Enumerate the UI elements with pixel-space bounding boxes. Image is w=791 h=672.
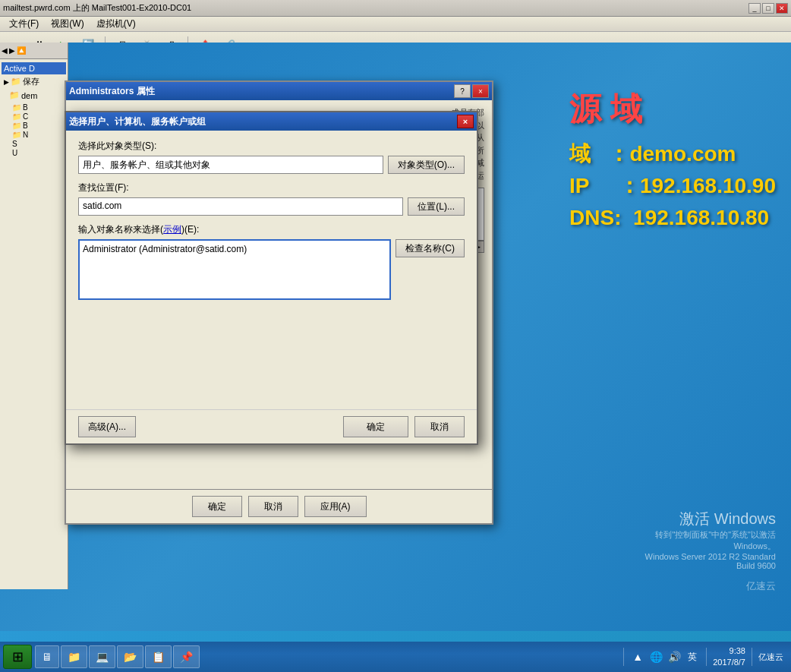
ad-panel: ◀ ▶ 🔼 Active D ▶ 📁 保存 📁 dem bbox=[0, 43, 68, 589]
find-location-value: satid.com bbox=[83, 200, 121, 211]
tray-network-icon[interactable]: 🌐 bbox=[648, 649, 663, 664]
main-ok-btn[interactable]: 确定 bbox=[192, 496, 242, 517]
active-item-label: Active D bbox=[4, 64, 35, 73]
build-info: Windows Server 2012 R2 Standard bbox=[645, 552, 776, 561]
dialog-footer: 高级(A)... 确定 取消 bbox=[66, 409, 477, 443]
tray-sep-2 bbox=[706, 648, 707, 666]
taskbar-items: 🖥 📁 💻 📂 📋 📌 bbox=[35, 645, 616, 668]
vm-menubar: 文件(F) 视图(W) 虚拟机(V) bbox=[0, 17, 791, 32]
taskbar-brand[interactable]: 亿速云 bbox=[758, 651, 783, 663]
tree-folder-2: 📁 bbox=[9, 90, 20, 100]
vm-title-buttons: _ □ ✕ bbox=[748, 3, 788, 14]
taskbar-item-1[interactable]: 🖥 bbox=[35, 645, 59, 668]
dialog-cancel-btn[interactable]: 取消 bbox=[414, 416, 465, 437]
activate-title: 激活 Windows bbox=[645, 509, 776, 529]
vm-title: mailtest.pwrd.com 上的 MailTest001-Ex2010-… bbox=[3, 2, 191, 14]
check-names-btn[interactable]: 检查名称(C) bbox=[396, 239, 465, 257]
tree-sub-items: 📁 B 📁 C 📁 B 📁 N bbox=[2, 102, 66, 159]
taskbar-item-6[interactable]: 📌 bbox=[173, 645, 200, 668]
vm-close-btn[interactable]: ✕ bbox=[776, 3, 788, 14]
taskbar-icon-2: 📁 bbox=[68, 651, 80, 663]
tree-sub-1[interactable]: 📁 B bbox=[12, 103, 64, 112]
main-window-help-btn[interactable]: ? bbox=[454, 84, 471, 98]
main-window-title: Administrators 属性 bbox=[69, 85, 155, 98]
example-link[interactable]: 示例 bbox=[163, 224, 181, 235]
dialog-ok-btn[interactable]: 确定 bbox=[343, 416, 408, 437]
info-ip-value: 192.168.10.90 bbox=[640, 174, 776, 197]
taskbar-item-5[interactable]: 📋 bbox=[145, 645, 172, 668]
tray-lang-icon[interactable]: 英 bbox=[685, 649, 700, 664]
tree-sub-5[interactable]: S bbox=[12, 140, 64, 148]
tree-sub-2[interactable]: 📁 C bbox=[12, 112, 64, 121]
tree-sub-folder-5: S bbox=[12, 140, 17, 148]
ad-forward-btn[interactable]: ▶ bbox=[9, 46, 15, 55]
ad-up-btn[interactable]: 🔼 bbox=[17, 46, 26, 55]
menu-view[interactable]: 视图(W) bbox=[45, 16, 90, 32]
menu-file[interactable]: 文件(F) bbox=[3, 16, 45, 32]
info-title: 源 域 bbox=[569, 88, 776, 131]
tray-clock[interactable]: 9:38 2017/8/7 bbox=[713, 645, 745, 669]
taskbar-icon-4: 📂 bbox=[124, 651, 137, 663]
select-object-dialog: 选择用户、计算机、服务帐户或组 × 选择此对象类型(S): 用户、服务帐户、组或… bbox=[65, 111, 478, 445]
dialog-titlebar: 选择用户、计算机、服务帐户或组 × bbox=[66, 112, 477, 131]
select-type-label: 选择此对象类型(S): bbox=[78, 140, 465, 153]
main-cancel-btn[interactable]: 取消 bbox=[248, 496, 298, 517]
taskbar-tray: ▲ 🌐 🔊 英 9:38 2017/8/7 亿速云 bbox=[616, 645, 788, 669]
start-button[interactable]: ⊞ bbox=[3, 645, 32, 669]
tree-sub-folder-2: 📁 bbox=[12, 112, 21, 121]
tree-item-2[interactable]: 📁 dem bbox=[2, 89, 66, 102]
tree-sub-folder-3: 📁 bbox=[12, 121, 21, 130]
info-domain-label: 域 bbox=[569, 142, 591, 166]
tree-sub-label-3: B bbox=[23, 121, 28, 130]
tree-label-2: dem bbox=[21, 91, 37, 100]
taskbar-icon-5: 📋 bbox=[152, 651, 165, 663]
tree-sub-folder-4: 📁 bbox=[12, 131, 21, 139]
info-ip-line: IP ：192.168.10.90 bbox=[569, 170, 776, 202]
tray-volume-icon[interactable]: 🔊 bbox=[667, 649, 682, 664]
tree-sub-4[interactable]: 📁 N bbox=[12, 131, 64, 139]
taskbar: ⊞ 🖥 📁 💻 📂 📋 📌 ▲ 🌐 bbox=[0, 642, 791, 672]
select-type-row: 用户、服务帐户、组或其他对象 对象类型(O)... bbox=[78, 156, 465, 174]
ad-back-btn[interactable]: ◀ bbox=[2, 46, 8, 55]
main-window-footer: 确定 取消 应用(A) bbox=[66, 489, 492, 523]
taskbar-icon-3: 💻 bbox=[96, 651, 109, 663]
location-btn[interactable]: 位置(L)... bbox=[408, 197, 465, 216]
taskbar-item-2[interactable]: 📁 bbox=[61, 645, 87, 668]
vm-minimize-btn[interactable]: _ bbox=[748, 3, 761, 14]
info-panel: 源 域 域 ：demo.com IP ：192.168.10.90 DNS: 1… bbox=[569, 88, 776, 234]
tree-item-1[interactable]: ▶ 📁 保存 bbox=[2, 74, 66, 89]
active-directory-label: Active D ▶ 📁 保存 📁 dem 📁 B bbox=[0, 59, 68, 162]
enter-name-field[interactable]: Administrator (Administrator@satid.com) bbox=[78, 239, 391, 300]
tree-label-1: 保存 bbox=[23, 76, 39, 87]
vm-maximize-btn[interactable]: □ bbox=[762, 3, 774, 14]
tray-expand-btn[interactable]: ▲ bbox=[630, 649, 645, 664]
object-type-btn[interactable]: 对象类型(O)... bbox=[388, 156, 465, 174]
main-apply-btn[interactable]: 应用(A) bbox=[304, 496, 367, 517]
tray-sep-1 bbox=[623, 648, 624, 666]
dialog-close-btn[interactable]: × bbox=[457, 115, 474, 128]
activation-text: 激活 Windows 转到"控制面板"中的"系统"以激活 Windows。 Wi… bbox=[645, 509, 776, 570]
taskbar-item-3[interactable]: 💻 bbox=[89, 645, 115, 668]
info-dns-line: DNS: 192.168.10.80 bbox=[569, 202, 776, 234]
info-dns-label: DNS: bbox=[569, 206, 621, 229]
vm-titlebar: mailtest.pwrd.com 上的 MailTest001-Ex2010-… bbox=[0, 0, 791, 17]
info-dns-value: 192.168.10.80 bbox=[633, 206, 769, 229]
start-icon: ⊞ bbox=[12, 648, 24, 665]
tree-sub-folder-6: U bbox=[12, 149, 17, 157]
active-item[interactable]: Active D bbox=[2, 62, 66, 74]
tree-sub-6[interactable]: U bbox=[12, 149, 64, 157]
desktop-area: 🗑 回收站 ◀ ▶ 🔼 Active D ▶ 📁 保存 bbox=[0, 43, 791, 631]
dialog-footer-spacer bbox=[142, 416, 337, 437]
main-window-close-btn[interactable]: × bbox=[472, 84, 489, 98]
tree-sub-label-4: N bbox=[23, 131, 28, 139]
dialog-content: 选择此对象类型(S): 用户、服务帐户、组或其他对象 对象类型(O)... 查找… bbox=[66, 131, 477, 318]
tray-time: 9:38 bbox=[713, 645, 745, 657]
taskbar-item-4[interactable]: 📂 bbox=[117, 645, 143, 668]
menu-vm[interactable]: 虚拟机(V) bbox=[90, 16, 142, 32]
taskbar-icon-1: 🖥 bbox=[42, 651, 52, 663]
advanced-btn[interactable]: 高级(A)... bbox=[78, 416, 136, 437]
info-domain-value: demo.com bbox=[629, 142, 736, 166]
tree-sub-3[interactable]: 📁 B bbox=[12, 121, 64, 130]
activate-sub1: 转到"控制面板"中的"系统"以激活 bbox=[645, 529, 776, 541]
tree-sub-folder-1: 📁 bbox=[12, 103, 21, 112]
